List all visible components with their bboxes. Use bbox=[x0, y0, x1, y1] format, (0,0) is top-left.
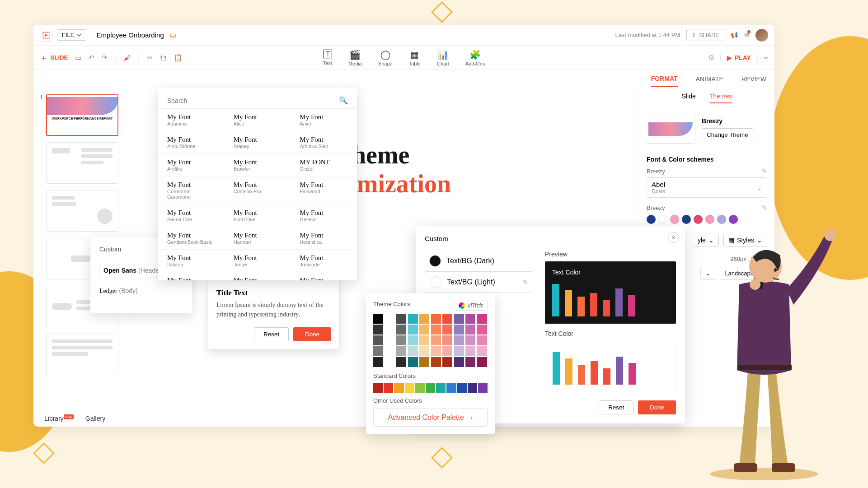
color-cell[interactable] bbox=[442, 325, 452, 335]
font-option[interactable]: My Font bbox=[225, 272, 291, 280]
color-cell[interactable] bbox=[396, 346, 406, 356]
bottom-tab-gallery[interactable]: Gallery bbox=[85, 415, 105, 422]
edit-color-scheme-icon[interactable]: ✎ bbox=[762, 204, 767, 211]
color-cell[interactable] bbox=[396, 314, 406, 324]
insert-chart[interactable]: 📊Chart bbox=[437, 49, 449, 66]
font-option[interactable]: My FontArapey bbox=[225, 131, 291, 154]
font-option[interactable]: My FontJunicode bbox=[291, 250, 357, 272]
done-button[interactable]: Done bbox=[293, 327, 331, 341]
color-cell[interactable] bbox=[442, 346, 452, 356]
font-option[interactable]: My FontArtifika bbox=[158, 154, 225, 177]
bg-option-dark[interactable]: Text/BG (Dark) bbox=[425, 251, 533, 271]
color-cell[interactable] bbox=[419, 325, 429, 335]
document-title[interactable]: Employee Onboarding bbox=[96, 31, 164, 39]
tab-format[interactable]: FORMAT bbox=[651, 71, 678, 87]
insert-shape[interactable]: ◯Shape bbox=[378, 49, 393, 66]
color-cell[interactable] bbox=[415, 383, 425, 393]
paste-icon[interactable]: 📋 bbox=[174, 54, 183, 62]
bg-option-light[interactable]: Text/BG (Light) ✎ bbox=[425, 271, 533, 293]
color-cell[interactable] bbox=[373, 357, 383, 367]
font-option[interactable]: My FontFauna One bbox=[158, 204, 225, 227]
file-menu-button[interactable]: FILE bbox=[57, 29, 86, 41]
color-cell[interactable] bbox=[478, 383, 488, 393]
color-cell[interactable] bbox=[477, 335, 487, 345]
done-button[interactable]: Done bbox=[638, 400, 676, 414]
color-cell[interactable] bbox=[442, 314, 452, 324]
font-option[interactable]: My FontItaliana bbox=[158, 250, 225, 272]
color-cell[interactable] bbox=[446, 383, 456, 393]
color-cell[interactable] bbox=[465, 346, 475, 356]
tab-animate[interactable]: ANIMATE bbox=[696, 72, 723, 86]
color-cell[interactable] bbox=[373, 325, 383, 335]
color-cell[interactable] bbox=[431, 346, 441, 356]
font-search-input[interactable] bbox=[167, 97, 339, 104]
color-swatch[interactable] bbox=[670, 215, 679, 224]
font-option[interactable]: My Font bbox=[158, 272, 225, 280]
color-cell[interactable] bbox=[396, 335, 406, 345]
color-cell[interactable] bbox=[431, 325, 441, 335]
reset-button[interactable]: Reset bbox=[599, 400, 633, 414]
undo-icon[interactable]: ↶ bbox=[89, 54, 94, 62]
color-cell[interactable] bbox=[454, 357, 464, 367]
user-avatar[interactable] bbox=[755, 29, 768, 42]
insert-table[interactable]: ▦Table bbox=[409, 49, 421, 66]
color-cell[interactable] bbox=[454, 346, 464, 356]
font-option[interactable]: My FontAmiri bbox=[291, 109, 357, 131]
font-option[interactable]: My FontFanwood bbox=[291, 177, 357, 204]
add-slide-button[interactable]: ＋ SLIDE bbox=[40, 52, 68, 63]
subtab-themes[interactable]: Themes bbox=[709, 93, 732, 103]
color-cell[interactable] bbox=[405, 383, 414, 393]
color-cell[interactable] bbox=[431, 335, 441, 345]
layout-option[interactable] bbox=[46, 190, 118, 232]
insert-media[interactable]: 🎬Media bbox=[348, 49, 362, 66]
color-cell[interactable] bbox=[436, 383, 446, 393]
app-logo[interactable] bbox=[40, 29, 52, 42]
color-cell[interactable] bbox=[396, 325, 406, 335]
color-cell[interactable] bbox=[419, 335, 429, 345]
bottom-tab-library[interactable]: LibraryNew bbox=[44, 415, 74, 422]
insert-addons[interactable]: 🧩Add-Ons bbox=[465, 49, 485, 66]
color-cell[interactable] bbox=[431, 314, 441, 324]
color-cell[interactable] bbox=[465, 325, 475, 335]
color-swatch[interactable] bbox=[647, 215, 656, 224]
copy-icon[interactable]: ⿻ bbox=[160, 54, 167, 61]
advanced-palette-button[interactable]: Advanced Color Palette › bbox=[373, 409, 488, 427]
color-cell[interactable] bbox=[419, 346, 429, 356]
megaphone-icon[interactable]: 📢 bbox=[731, 32, 738, 38]
slide-thumbnail[interactable]: WORKFORCE PERFORMANCE REPORT bbox=[46, 94, 118, 136]
layout-option[interactable] bbox=[46, 142, 118, 184]
layout-option[interactable] bbox=[46, 334, 118, 375]
gear-icon[interactable]: ⚙ bbox=[708, 53, 714, 62]
color-cell[interactable] bbox=[373, 346, 383, 356]
color-cell[interactable] bbox=[477, 314, 487, 324]
edit-font-scheme-icon[interactable]: ✎ bbox=[762, 167, 767, 175]
font-option[interactable]: My FontAdamina bbox=[158, 109, 225, 131]
color-cell[interactable] bbox=[465, 335, 475, 345]
color-cell[interactable] bbox=[454, 325, 464, 335]
color-cell[interactable] bbox=[408, 357, 418, 367]
folder-icon[interactable]: 🗂 bbox=[169, 31, 177, 39]
font-option[interactable]: MY FONTCinzel bbox=[291, 154, 357, 177]
color-swatch[interactable] bbox=[658, 215, 667, 224]
mail-icon[interactable]: ✉ bbox=[744, 32, 749, 38]
font-option[interactable]: My FontGentium Book Basic bbox=[158, 227, 225, 250]
color-cell[interactable] bbox=[408, 314, 418, 324]
font-option[interactable]: My FontAntic Didone bbox=[158, 131, 225, 154]
font-option[interactable]: My FontHeuristica bbox=[291, 227, 357, 250]
color-cell[interactable] bbox=[419, 357, 429, 367]
font-option[interactable]: My FontGelasio bbox=[291, 204, 357, 227]
font-option[interactable]: My FontCormorant Garamond bbox=[158, 177, 225, 204]
redo-icon[interactable]: ↷ bbox=[102, 54, 108, 62]
subtab-slide[interactable]: Slide bbox=[682, 93, 696, 103]
color-cell[interactable] bbox=[477, 325, 487, 335]
color-cell[interactable] bbox=[408, 325, 418, 335]
color-cell[interactable] bbox=[442, 335, 452, 345]
color-cell[interactable] bbox=[477, 346, 487, 356]
cut-icon[interactable]: ✂ bbox=[147, 54, 153, 62]
color-cell[interactable] bbox=[465, 357, 475, 367]
font-option[interactable]: My FontBrawler bbox=[225, 154, 291, 177]
color-cell[interactable] bbox=[454, 335, 464, 345]
font-scheme-select[interactable]: Abel Dosis ⌄ bbox=[647, 177, 767, 198]
font-option[interactable]: My FontHannari bbox=[225, 227, 291, 250]
color-cell[interactable] bbox=[373, 383, 383, 393]
